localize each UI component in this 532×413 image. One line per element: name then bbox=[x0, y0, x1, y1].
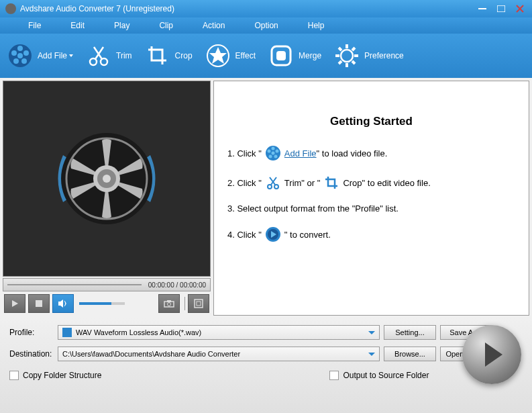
close-button[interactable] bbox=[513, 3, 527, 14]
svg-point-27 bbox=[103, 175, 111, 183]
svg-point-10 bbox=[101, 58, 107, 65]
crop-button[interactable]: Crop bbox=[144, 42, 193, 69]
menu-option[interactable]: Option bbox=[240, 21, 292, 30]
browse-button[interactable]: Browse... bbox=[384, 347, 436, 361]
svg-point-5 bbox=[23, 50, 29, 56]
menu-clip[interactable]: Clip bbox=[144, 21, 188, 30]
play-icon bbox=[485, 342, 502, 367]
svg-rect-1 bbox=[497, 5, 505, 12]
play-button[interactable] bbox=[4, 294, 25, 313]
svg-point-37 bbox=[275, 150, 278, 153]
svg-rect-30 bbox=[167, 300, 171, 302]
svg-point-40 bbox=[267, 150, 270, 153]
content-panel: Getting Started 1. Click " Add File " to… bbox=[213, 81, 529, 316]
video-preview bbox=[3, 81, 211, 277]
scissors-icon bbox=[85, 42, 112, 69]
profile-combo[interactable]: WAV Waveform Lossless Audio(*.wav) bbox=[58, 325, 380, 340]
output-source-checkbox[interactable]: Output to Source Folder bbox=[329, 371, 429, 380]
menu-action[interactable]: Action bbox=[188, 21, 240, 30]
svg-point-4 bbox=[17, 46, 23, 51]
preview-panel: 00:00:00 / 00:00:00 bbox=[3, 81, 211, 316]
star-icon bbox=[205, 42, 231, 69]
svg-point-9 bbox=[90, 58, 97, 65]
preference-label: Preference bbox=[364, 51, 404, 60]
svg-point-38 bbox=[274, 155, 277, 158]
menu-help[interactable]: Help bbox=[293, 21, 339, 30]
setting-button[interactable]: Setting... bbox=[384, 325, 436, 340]
minimize-button[interactable] bbox=[476, 3, 489, 14]
merge-button[interactable]: Merge bbox=[268, 42, 321, 69]
menu-play[interactable]: Play bbox=[99, 21, 144, 30]
svg-point-6 bbox=[21, 58, 27, 64]
app-icon bbox=[5, 3, 16, 14]
svg-point-7 bbox=[13, 58, 19, 64]
titlebar: Avdshare Audio Converter 7 (Unregistered… bbox=[0, 0, 532, 17]
step-4: 4. Click " " to convert. bbox=[227, 226, 515, 243]
add-file-button[interactable]: Add File bbox=[7, 42, 73, 69]
svg-rect-33 bbox=[197, 302, 201, 306]
playback-controls bbox=[3, 291, 211, 316]
maximize-button[interactable] bbox=[494, 3, 508, 14]
bottom-panel: Profile: WAV Waveform Lossless Audio(*.w… bbox=[0, 318, 532, 413]
profile-label: Profile: bbox=[9, 328, 58, 337]
crop-icon bbox=[323, 174, 340, 191]
window-title: Avdshare Audio Converter 7 (Unregistered… bbox=[20, 4, 174, 13]
crop-icon bbox=[144, 42, 171, 69]
svg-rect-0 bbox=[478, 8, 486, 9]
time-display-bar: 00:00:00 / 00:00:00 bbox=[3, 278, 211, 291]
preference-button[interactable]: Preference bbox=[333, 42, 404, 69]
format-icon bbox=[62, 328, 72, 337]
main-area: 00:00:00 / 00:00:00 Getting Started bbox=[0, 78, 532, 318]
svg-line-21 bbox=[352, 48, 355, 50]
time-text: 00:00:00 / 00:00:00 bbox=[148, 281, 206, 289]
menu-file[interactable]: File bbox=[13, 21, 56, 30]
add-file-label: Add File bbox=[38, 51, 67, 60]
reel-icon bbox=[7, 42, 34, 69]
timeline-slider[interactable] bbox=[7, 284, 142, 285]
trim-button[interactable]: Trim bbox=[85, 42, 132, 69]
chevron-down-icon bbox=[69, 54, 73, 57]
svg-rect-13 bbox=[276, 51, 286, 60]
menu-edit[interactable]: Edit bbox=[56, 21, 99, 30]
crop-label: Crop bbox=[175, 51, 193, 60]
svg-point-39 bbox=[268, 155, 272, 158]
copy-folder-checkbox[interactable]: Copy Folder Structure bbox=[9, 371, 101, 380]
volume-slider[interactable] bbox=[79, 302, 125, 305]
volume-button[interactable] bbox=[52, 294, 74, 313]
merge-label: Merge bbox=[299, 51, 321, 60]
step-1: 1. Click " Add File " to load video file… bbox=[227, 144, 515, 162]
checkbox-icon bbox=[9, 371, 19, 380]
svg-point-35 bbox=[271, 152, 274, 155]
getting-started-heading: Getting Started bbox=[227, 115, 515, 128]
stop-button[interactable] bbox=[28, 294, 50, 313]
destination-label: Destination: bbox=[9, 349, 58, 359]
effect-label: Effect bbox=[235, 51, 256, 60]
svg-rect-32 bbox=[195, 300, 203, 308]
fullscreen-button[interactable] bbox=[188, 294, 209, 313]
chevron-down-icon bbox=[368, 353, 375, 356]
svg-point-3 bbox=[17, 53, 23, 58]
reel-icon bbox=[264, 144, 282, 162]
step-2: 2. Click " Trim" or " Crop" to edit vide… bbox=[227, 174, 515, 191]
svg-point-14 bbox=[341, 50, 353, 62]
svg-line-22 bbox=[339, 61, 341, 64]
menubar: File Edit Play Clip Action Option Help bbox=[0, 17, 532, 34]
chevron-down-icon bbox=[368, 331, 375, 334]
merge-icon bbox=[268, 42, 295, 69]
svg-point-8 bbox=[11, 50, 17, 56]
add-file-link[interactable]: Add File bbox=[284, 148, 317, 158]
destination-combo[interactable]: C:\Users\fawad\Documents\Avdshare Audio … bbox=[58, 347, 380, 361]
destination-value: C:\Users\fawad\Documents\Avdshare Audio … bbox=[62, 350, 240, 358]
svg-line-19 bbox=[339, 48, 341, 50]
placeholder-wheel-icon bbox=[50, 122, 164, 236]
trim-label: Trim bbox=[116, 51, 132, 60]
svg-point-41 bbox=[268, 185, 272, 189]
svg-point-31 bbox=[168, 303, 171, 306]
checkbox-icon bbox=[329, 371, 339, 380]
scissors-icon bbox=[264, 174, 282, 191]
convert-button[interactable] bbox=[462, 325, 521, 384]
profile-value: WAV Waveform Lossless Audio(*.wav) bbox=[76, 328, 201, 336]
step-3: 3. Select output format from the "Profil… bbox=[227, 203, 515, 214]
effect-button[interactable]: Effect bbox=[205, 42, 256, 69]
snapshot-button[interactable] bbox=[158, 294, 180, 313]
